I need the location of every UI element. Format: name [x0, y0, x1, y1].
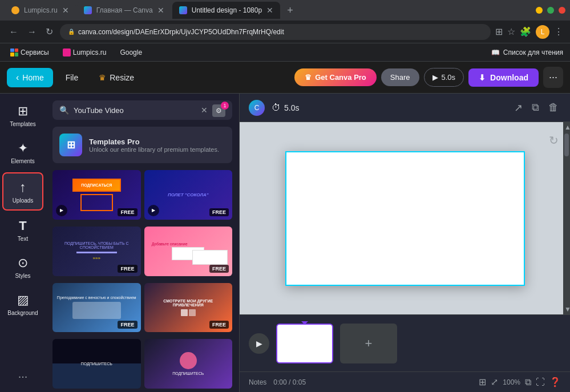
copy-canvas-icon[interactable]: ⧉ — [529, 99, 541, 116]
template-card-1[interactable]: ПОДПИСАТЬСЯ ▶ FREE — [52, 170, 141, 220]
bookmark-lumpics[interactable]: Lumpics.ru — [59, 47, 110, 58]
delete-canvas-icon[interactable]: 🗑 — [546, 99, 561, 116]
pro-logo: ⊞ — [59, 134, 82, 156]
sidebar-styles-label: Styles — [15, 273, 30, 279]
help-icon[interactable]: ❓ — [549, 377, 561, 387]
scroll-down-arrow[interactable]: ▼ — [563, 304, 570, 314]
reading-list[interactable]: 📖 Список для чтения — [491, 49, 563, 56]
clear-search-icon[interactable]: ✕ — [201, 106, 208, 115]
refresh-button[interactable]: ↻ — [43, 24, 55, 39]
timeline-slide-1[interactable] — [276, 324, 333, 363]
sidebar-item-elements[interactable]: ✦ Elements — [2, 135, 43, 170]
more-sidebar-button[interactable]: ··· — [14, 365, 33, 387]
get-pro-button[interactable]: ♛ Get Canva Pro — [294, 68, 377, 86]
resize-button-label: Resize — [110, 73, 134, 82]
time-position: 0:00 / 0:05 — [273, 378, 306, 386]
timer-value: 5.0s — [284, 103, 299, 112]
more-options-button[interactable]: ··· — [543, 67, 563, 88]
canvas-toolbar-actions: ↗ ⧉ 🗑 — [512, 99, 561, 116]
left-sidebar: ⊞ Templates ✦ Elements ↑ Uploads T Text … — [0, 94, 46, 392]
main-layout: ⊞ Templates ✦ Elements ↑ Uploads T Text … — [0, 94, 570, 392]
pro-banner[interactable]: ⊞ Templates Pro Unlock our entire librar… — [52, 127, 232, 163]
reading-list-label: Список для чтения — [503, 49, 563, 56]
get-pro-label: Get Canva Pro — [315, 73, 366, 82]
sidebar-item-background[interactable]: ▨ Background — [2, 287, 43, 322]
tab-close-canva-home[interactable]: ✕ — [157, 6, 164, 15]
tab-title-lumpics: Lumpics.ru — [24, 6, 58, 14]
search-input[interactable] — [74, 106, 196, 115]
translate-icon[interactable]: ⊞ — [495, 26, 503, 37]
free-badge-2: FREE — [209, 208, 229, 216]
sidebar-uploads-label: Uploads — [13, 197, 34, 204]
download-button[interactable]: ⬇ Download — [468, 68, 539, 87]
tab-canva-home[interactable]: Главная — Canva ✕ — [77, 2, 171, 19]
template-card-6[interactable]: СМОТРИТЕ МОИ ДРУГИЕ ПРИВЛЕЧЕНИЯ FREE — [144, 283, 233, 333]
forward-button[interactable]: → — [25, 25, 39, 39]
canvas-favicon: C — [249, 100, 265, 116]
sidebar-text-label: Text — [18, 236, 28, 242]
share-button-label: Share — [390, 73, 410, 82]
vertical-scrollbar[interactable]: ▲ ▼ — [563, 122, 570, 314]
bookmark-icon[interactable]: ☆ — [507, 26, 515, 37]
url-text: canva.com/design/DAEnErXDrpk/UjvJCYP5OUd… — [78, 28, 284, 36]
play-overlay-2: ▶ — [148, 205, 159, 216]
scroll-up-arrow[interactable]: ▲ — [563, 122, 570, 132]
tab-favicon-canva-home — [84, 6, 92, 14]
sidebar-item-templates[interactable]: ⊞ Templates — [2, 98, 43, 133]
tab-title-canva-home: Главная — Canva — [96, 6, 153, 14]
template-card-7[interactable]: ПОДПИШИТЕСЬ — [52, 339, 141, 389]
menu-icon[interactable]: ⋮ — [554, 26, 563, 37]
canva-logo-icon: C — [254, 104, 260, 112]
template-card-3[interactable]: ПОДПИШИТЕСЬ, ЧТОБЫ БЫТЬ С СПОКОЙСТВИЕМ »… — [52, 227, 141, 276]
canva-header: ‹ Home File ♛ Resize ♛ Get Canva Pro Sha… — [0, 62, 570, 94]
share-canvas-icon[interactable]: ↗ — [512, 99, 525, 116]
sidebar-item-text[interactable]: T Text — [2, 213, 43, 248]
fullscreen-icon[interactable]: ⛶ — [536, 377, 545, 387]
secure-icon: 🔒 — [68, 29, 75, 35]
tab-close-lumpics[interactable]: ✕ — [62, 6, 69, 15]
window-minimize[interactable] — [536, 7, 543, 14]
free-badge-5: FREE — [118, 321, 137, 329]
tab-close-canva-design[interactable]: ✕ — [266, 6, 273, 15]
template-grid: ПОДПИСАТЬСЯ ▶ FREE ПОЛЕТ "СОКОЛА" ▶ FREE — [46, 170, 239, 392]
play-button[interactable]: ▶ 5.0s — [424, 68, 464, 87]
tab-canva-design[interactable]: Untitled design - 1080p ✕ — [172, 2, 280, 19]
timer-display: ⏱ 5.0s — [272, 103, 299, 113]
expand-icon[interactable]: ⤢ — [491, 377, 498, 387]
rotate-icon[interactable]: ↻ — [549, 134, 559, 147]
template-card-4[interactable]: Добавьте описание FREE — [144, 227, 233, 276]
file-button[interactable]: File — [58, 68, 87, 87]
page-count-icon[interactable]: ⧉ — [525, 377, 531, 387]
template-card-8[interactable]: ПОДПИШИТЕСЬ — [144, 339, 233, 389]
profile-icon[interactable]: L — [536, 25, 549, 39]
add-slide-button[interactable]: + — [340, 324, 397, 363]
scroll-thumb[interactable] — [564, 134, 569, 156]
share-button[interactable]: Share — [381, 68, 419, 86]
grid-view-icon[interactable]: ⊞ — [479, 377, 486, 387]
canvas-area: C ⏱ 5.0s ↗ ⧉ 🗑 ↻ ▲ ▼ ▶ — [240, 94, 570, 392]
download-label: Download — [490, 73, 528, 82]
text-icon: T — [19, 219, 26, 233]
home-button[interactable]: ‹ Home — [7, 68, 53, 87]
free-badge-6: FREE — [209, 321, 229, 329]
canvas-viewport: ↻ ▲ ▼ — [240, 122, 570, 314]
play-timeline-button[interactable]: ▶ — [249, 333, 269, 354]
tab-favicon-lumpics — [11, 6, 19, 14]
tab-lumpics[interactable]: Lumpics.ru ✕ — [5, 2, 76, 19]
extensions-icon[interactable]: 🧩 — [520, 26, 531, 37]
elements-icon: ✦ — [18, 141, 28, 156]
new-tab-button[interactable]: + — [284, 5, 297, 17]
bookmark-google[interactable]: Google — [116, 47, 145, 58]
sidebar-item-uploads[interactable]: ↑ Uploads — [2, 172, 43, 211]
templates-panel: 🔍 ✕ ⚙ 1 ⊞ Templates Pro Unlock our entir… — [46, 94, 240, 392]
canvas-slide[interactable] — [285, 151, 525, 286]
template-card-2[interactable]: ПОЛЕТ "СОКОЛА" ▶ FREE — [144, 170, 233, 220]
sidebar-item-styles[interactable]: ⊙ Styles — [2, 250, 43, 285]
template-card-5[interactable]: Преподавание с веностью и спокойствием F… — [52, 283, 141, 333]
window-close[interactable] — [559, 7, 565, 14]
window-maximize[interactable] — [547, 7, 554, 14]
back-button[interactable]: ← — [7, 25, 21, 39]
bookmark-services[interactable]: Сервисы — [7, 47, 52, 58]
resize-button[interactable]: ♛ Resize — [91, 68, 142, 87]
url-bar[interactable]: 🔒 canva.com/design/DAEnErXDrpk/UjvJCYP5O… — [60, 24, 491, 40]
